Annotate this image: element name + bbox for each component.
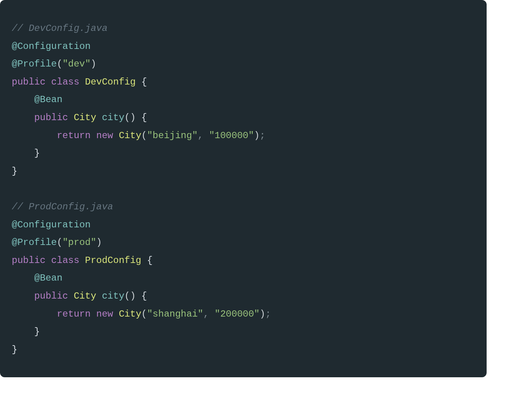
paren: ( [57,237,62,248]
annotation: @Profile [12,237,57,248]
paren: ( [141,309,147,319]
code-line: @Bean [12,94,63,105]
code-line: @Profile("dev") [12,59,96,69]
code-line: public City city() { [12,291,147,301]
type: City [119,309,142,319]
keyword: new [96,309,113,319]
type: DevConfig [85,77,136,87]
string: "100000" [209,130,254,141]
brace: } [34,148,40,158]
code-line: return new City("shanghai", "200000"); [12,309,271,319]
semicolon: ; [265,309,271,319]
keyword: return [57,309,90,319]
code-line: // DevConfig.java [12,23,108,34]
paren: () [124,112,136,123]
keyword: public [12,77,45,87]
method: city [102,291,124,301]
code-line: } [12,344,17,355]
paren: ) [254,130,259,141]
brace: { [136,77,147,87]
comment: // ProdConfig.java [12,202,113,212]
keyword: new [96,130,113,141]
paren: ( [57,59,62,69]
paren: ) [96,237,102,248]
type: City [119,130,142,141]
string: "dev" [63,59,91,69]
comment: // DevConfig.java [12,23,108,34]
paren: ( [141,130,147,141]
paren: () [124,291,136,301]
string: "beijing" [147,130,198,141]
code-line: } [12,326,40,337]
type: City [74,112,96,123]
keyword: public [12,255,45,266]
type: ProdConfig [85,255,141,266]
brace: } [12,344,17,355]
brace: { [141,255,153,266]
code-line: // ProdConfig.java [12,202,113,212]
code-block: // DevConfig.java @Configuration @Profil… [0,0,487,377]
string: "shanghai" [147,309,203,319]
annotation: @Bean [34,273,63,283]
keyword: public [34,112,68,123]
code-line: public City city() { [12,112,147,123]
comma: , [198,130,203,141]
code-line: } [12,148,40,158]
method: city [102,112,124,123]
annotation: @Configuration [12,220,91,230]
code-line: @Configuration [12,220,91,230]
code-line: return new City("beijing", "100000"); [12,130,265,141]
annotation: @Profile [12,59,57,69]
brace: } [34,326,40,337]
code-line: @Configuration [12,41,91,52]
paren: ) [260,309,265,319]
keyword: class [51,77,79,87]
paren: ) [91,59,96,69]
keyword: return [57,130,90,141]
code-line [12,184,17,194]
annotation: @Configuration [12,41,91,52]
string: "prod" [63,237,96,248]
comma: , [203,309,209,319]
type: City [74,291,96,301]
code-line: } [12,166,17,176]
code-line: @Profile("prod") [12,237,102,248]
code-line: public class ProdConfig { [12,255,153,266]
annotation: @Bean [34,94,63,105]
keyword: class [51,255,79,266]
string: "200000" [215,309,260,319]
brace: } [12,166,17,176]
semicolon: ; [260,130,265,141]
keyword: public [34,291,68,301]
code-line: public class DevConfig { [12,77,147,87]
code-line: @Bean [12,273,63,283]
